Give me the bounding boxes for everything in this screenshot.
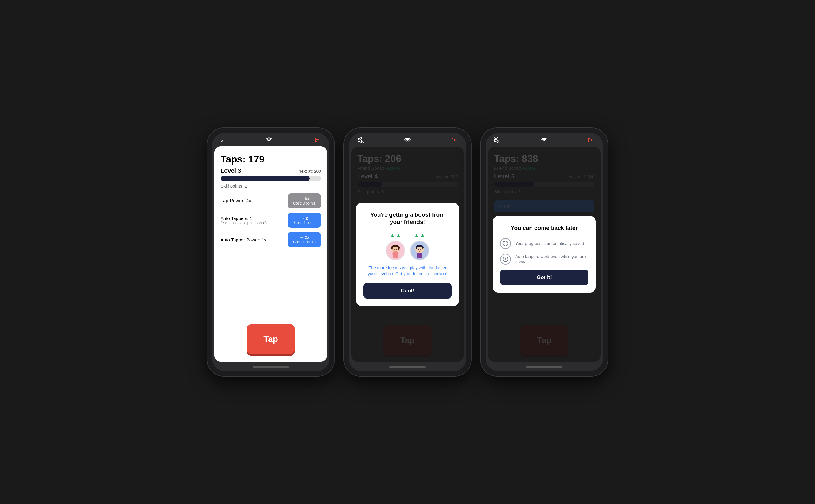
home-indicator-3	[526, 366, 562, 368]
phone-3: Taps: 838 Friend Boost: +200% Level 5 ne…	[481, 128, 608, 376]
modal-description: The more friends you play with, the fast…	[363, 265, 452, 277]
wifi-icon-2	[404, 138, 411, 144]
auto-tapper-power-label: Auto Tapper Power: 1x	[221, 237, 266, 242]
avatar-1: ▲▲	[386, 232, 405, 260]
exit-icon-3	[588, 137, 594, 144]
app-main-1: Taps: 179 Level 3 next at: 200 Skill poi…	[214, 146, 327, 324]
auto-tapper-power-btn[interactable]: → 2x Cost: 1 points	[288, 232, 321, 247]
status-bar-3	[486, 133, 603, 147]
status-bar-1: ♪	[212, 133, 329, 146]
modal-overlay-2: You're getting a boost from your friends…	[351, 147, 464, 362]
phone-2: Taps: 206 Friend Boost: +200% Level 4 ne…	[344, 128, 471, 376]
home-indicator-2	[389, 366, 426, 368]
svg-point-12	[418, 249, 419, 250]
svg-rect-8	[393, 253, 398, 258]
app-screen-2: Taps: 206 Friend Boost: +200% Level 4 ne…	[351, 147, 464, 362]
modal-overlay-3: You can come back later Your progress is…	[488, 147, 601, 362]
tap-power-label: Tap Power: 4x	[221, 198, 251, 204]
home-indicator-1	[253, 366, 289, 368]
exit-icon-2	[451, 137, 458, 144]
tap-power-row: Tap Power: 4x → 8x Cost: 3 points	[221, 193, 321, 208]
avatar-2: ▲▲	[410, 232, 429, 260]
avatar-circle-2	[410, 241, 429, 260]
refresh-icon	[500, 238, 511, 249]
modal-avatars: ▲▲	[363, 232, 452, 260]
info-text-2: Auto tappers work even while you are awa…	[515, 254, 588, 265]
svg-rect-15	[417, 253, 422, 258]
wifi-icon-3	[541, 138, 548, 144]
phone-1: ♪ Taps: 179 Level 3	[207, 128, 334, 376]
muted-icon-2	[357, 137, 364, 145]
svg-point-13	[420, 249, 421, 250]
auto-tappers-btn[interactable]: → 2 Cost: 1 point	[288, 213, 321, 228]
boost-arrow-1: ▲▲	[389, 232, 401, 239]
svg-point-1	[407, 142, 408, 143]
boost-arrow-2: ▲▲	[414, 232, 426, 239]
modal-title-2: You're getting a boost from your friends…	[363, 211, 452, 226]
progress-fill-1	[221, 176, 310, 181]
svg-point-6	[396, 249, 397, 250]
svg-point-16	[544, 142, 545, 143]
muted-icon-3	[494, 137, 501, 145]
tap-button-area-1: Tap	[214, 324, 327, 362]
status-bar-2	[349, 133, 466, 147]
info-text-1: Your progress is automatically saved	[515, 241, 584, 246]
auto-tappers-label: Auto Tappers: 1 (each taps once per seco…	[221, 216, 267, 225]
app-screen-1: Taps: 179 Level 3 next at: 200 Skill poi…	[214, 146, 327, 362]
svg-point-5	[394, 249, 395, 250]
wifi-icon	[266, 137, 272, 144]
level-row-1: Level 3 next at: 200	[221, 167, 321, 174]
cool-button[interactable]: Cool!	[363, 283, 452, 299]
clock-icon	[500, 254, 511, 265]
svg-point-0	[268, 142, 269, 142]
progress-bar-1	[221, 176, 321, 181]
tap-power-btn[interactable]: → 8x Cost: 3 points	[288, 193, 321, 208]
app-screen-3: Taps: 838 Friend Boost: +200% Level 5 ne…	[488, 147, 601, 362]
skill-points-1: Skill points: 2	[221, 183, 321, 188]
level-label-1: Level 3	[221, 167, 241, 174]
exit-icon	[314, 137, 321, 144]
modal-box-3: You can come back later Your progress is…	[493, 216, 596, 293]
avatar-circle-1	[386, 241, 405, 260]
info-row-2: Auto tappers work even while you are awa…	[500, 254, 588, 265]
modal-title-3: You can come back later	[500, 224, 588, 232]
taps-display-1: Taps: 179	[221, 154, 321, 165]
next-at-1: next at: 200	[299, 169, 321, 174]
music-icon: ♪	[221, 137, 223, 144]
modal-box-2: You're getting a boost from your friends…	[356, 203, 459, 306]
info-row-1: Your progress is automatically saved	[500, 238, 588, 249]
auto-tapper-power-row: Auto Tapper Power: 1x → 2x Cost: 1 point…	[221, 232, 321, 247]
got-it-button[interactable]: Got it!	[500, 270, 588, 285]
auto-tappers-row: Auto Tappers: 1 (each taps once per seco…	[221, 213, 321, 228]
tap-button-1[interactable]: Tap	[247, 324, 295, 354]
